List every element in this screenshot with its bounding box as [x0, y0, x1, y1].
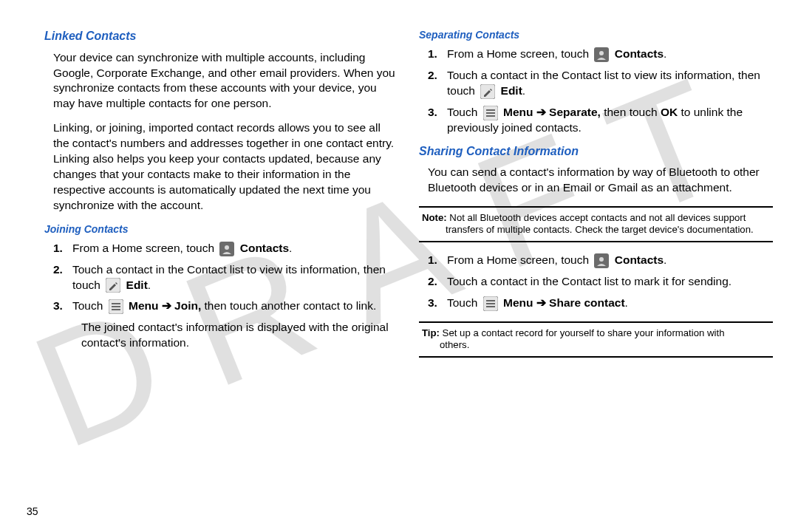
heading-separating-contacts: Separating Contacts [419, 28, 773, 42]
arrow: ➔ [158, 299, 174, 312]
svg-rect-4 [112, 303, 120, 304]
text: . [522, 84, 525, 97]
text: From a Home screen, touch [447, 47, 592, 60]
svg-rect-5 [112, 306, 120, 307]
list-item: 3. Touch Menu ➔ Share contact. [428, 296, 773, 311]
menu-icon [109, 299, 123, 314]
step-body: From a Home screen, touch Contacts. [447, 253, 773, 268]
step-number: 1. [428, 47, 447, 62]
sharing-steps: 1. From a Home screen, touch Contacts. 2… [419, 253, 773, 311]
arrow: ➔ [533, 106, 549, 118]
text: Touch [72, 299, 106, 312]
menu-icon [483, 106, 498, 120]
step-body: From a Home screen, touch Contacts. [72, 241, 398, 256]
paragraph: Your device can synchronize with multipl… [44, 50, 398, 112]
step-body: From a Home screen, touch Contacts. [447, 47, 773, 62]
list-item: 3. Touch Menu ➔ Join, then touch another… [53, 299, 398, 314]
edit-icon [106, 278, 120, 293]
text: From a Home screen, touch [72, 242, 217, 254]
text: From a Home screen, touch [447, 253, 592, 266]
svg-rect-18 [486, 303, 495, 304]
tip-label: Tip: [422, 327, 440, 338]
text-bold: Contacts [615, 253, 664, 266]
joining-steps: 1. From a Home screen, touch Contacts. 2… [44, 241, 398, 352]
tip-text: Set up a contact record for yourself to … [440, 327, 725, 338]
step-number: 2. [53, 262, 72, 293]
heading-linked-contacts: Linked Contacts [44, 28, 398, 44]
tip-box: Tip: Set up a contact record for yoursel… [419, 321, 773, 358]
text: Touch [447, 296, 481, 309]
contacts-icon [219, 242, 234, 256]
svg-point-15 [599, 257, 604, 262]
text: . [664, 47, 666, 60]
text: then touch another contact to link. [201, 299, 376, 312]
left-column: Linked Contacts Your device can synchron… [44, 28, 398, 517]
step-number: 2. [428, 68, 447, 99]
paragraph: You can send a contact's information by … [419, 165, 773, 196]
step-number: 3. [428, 105, 447, 136]
separating-steps: 1. From a Home screen, touch Contacts. 2… [419, 47, 773, 136]
text: Touch [447, 106, 481, 118]
text-bold: OK [661, 106, 678, 118]
svg-rect-6 [112, 309, 120, 310]
svg-point-1 [225, 245, 229, 250]
right-column: Separating Contacts 1. From a Home scree… [419, 28, 773, 517]
list-item: 1. From a Home screen, touch Contacts. [428, 253, 773, 268]
step-body: Touch Menu ➔ Separate, then touch OK to … [447, 105, 773, 136]
text-bold: Join, [174, 299, 201, 312]
arrow: ➔ [533, 296, 549, 309]
list-item: 1. From a Home screen, touch Contacts. [53, 241, 398, 256]
list-item: 2. Touch a contact in the Contact list t… [428, 68, 773, 99]
note-label: Note: [422, 212, 447, 223]
edit-icon [480, 84, 495, 99]
text-bold: Contacts [615, 47, 664, 60]
text-bold: Share contact [549, 296, 625, 309]
step-body: Touch Menu ➔ Join, then touch another co… [72, 299, 398, 314]
contacts-icon [594, 253, 609, 268]
note-text: Not all Bluetooth devices accept contact… [447, 212, 746, 223]
result-text: The joined contact's information is disp… [72, 320, 398, 351]
svg-point-8 [599, 51, 604, 55]
text: . [664, 253, 666, 266]
text-bold: Edit [501, 84, 522, 97]
step-number: 3. [428, 296, 447, 311]
step-body: Touch a contact in the Contact list to m… [447, 274, 773, 290]
step-number: 1. [53, 241, 72, 256]
page-content: Linked Contacts Your device can synchron… [0, 0, 798, 532]
svg-rect-11 [486, 109, 495, 111]
svg-rect-13 [486, 115, 495, 117]
svg-rect-17 [486, 300, 495, 301]
list-item: 3. Touch Menu ➔ Separate, then touch OK … [428, 105, 773, 136]
text-bold: Edit [126, 279, 148, 291]
text-bold: Menu [129, 299, 158, 312]
note-text: transfers of multiple contacts. Check th… [422, 224, 770, 236]
svg-rect-19 [486, 306, 495, 307]
text: Touch a contact in the Contact list to m… [447, 275, 732, 287]
text-bold: Menu [503, 296, 533, 309]
step-body: Touch Menu ➔ Share contact. [447, 296, 773, 311]
contacts-icon [594, 47, 609, 62]
text: . [625, 296, 628, 309]
step-number: 3. [53, 299, 72, 314]
tip-text: others. [422, 339, 770, 352]
step-number: 2. [428, 274, 447, 290]
step-body: Touch a contact in the Contact list to v… [447, 68, 773, 99]
svg-rect-12 [486, 112, 495, 114]
list-item: 2. Touch a contact in the Contact list t… [428, 274, 773, 290]
step-body: Touch a contact in the Contact list to v… [72, 262, 398, 293]
list-item: 2. Touch a contact in the Contact list t… [53, 262, 398, 293]
text: . [148, 279, 151, 291]
heading-sharing-contact-info: Sharing Contact Information [419, 143, 773, 160]
text-bold: Separate, [549, 106, 601, 118]
text-bold: Menu [503, 106, 533, 118]
heading-joining-contacts: Joining Contacts [44, 222, 398, 236]
paragraph: Linking, or joining, imported contact re… [44, 120, 398, 214]
text: . [289, 242, 292, 254]
list-item: 1. From a Home screen, touch Contacts. [428, 47, 773, 62]
text-bold: Contacts [240, 242, 289, 254]
step-number: 1. [428, 253, 447, 268]
note-box: Note: Not all Bluetooth devices accept c… [419, 206, 773, 242]
menu-icon [483, 296, 498, 311]
text: then touch [601, 106, 661, 118]
